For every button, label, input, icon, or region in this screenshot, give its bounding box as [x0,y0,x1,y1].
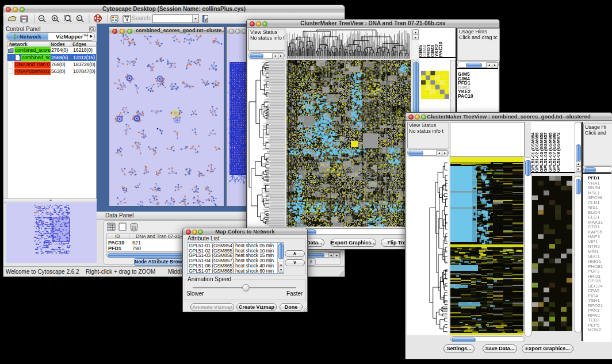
svg-text:1:1: 1:1 [78,17,83,20]
